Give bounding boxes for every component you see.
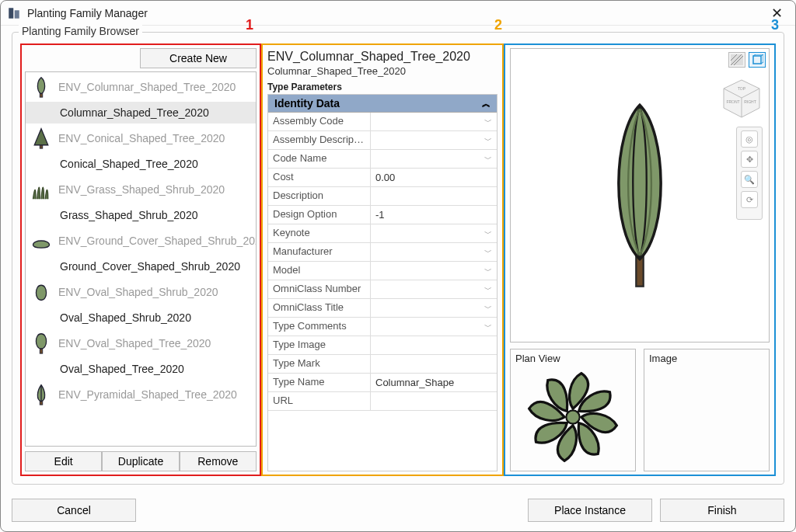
param-row[interactable]: Keynote﹀	[268, 224, 497, 243]
family-header[interactable]: ENV_Pyramidal_Shaped_Tree_2020	[26, 380, 256, 409]
param-value[interactable]: ﹀	[371, 318, 497, 336]
marker-2: 2	[494, 17, 502, 33]
family-name: ENV_Oval_Shaped_Tree_2020	[58, 337, 211, 349]
family-list[interactable]: ENV_Columnar_Shaped_Tree_2020Columnar_Sh…	[25, 71, 257, 447]
param-value[interactable]: ﹀	[371, 150, 497, 168]
param-row[interactable]: URL	[268, 392, 497, 411]
type-item[interactable]: Oval_Shaped_Shrub_2020	[26, 307, 256, 329]
family-header[interactable]: ENV_Oval_Shaped_Shrub_2020	[26, 277, 256, 307]
navigation-bar[interactable]: ◎ ✥ 🔍 ⟳	[736, 127, 763, 220]
chevron-down-icon[interactable]: ﹀	[484, 247, 492, 258]
nav-wheel-icon[interactable]: ◎	[741, 130, 758, 148]
param-row[interactable]: Type Mark	[268, 355, 497, 374]
type-item[interactable]: Oval_Shaped_Tree_2020	[26, 358, 256, 380]
param-value[interactable]: ﹀	[371, 299, 497, 317]
param-value[interactable]: Columnar_Shape	[371, 374, 497, 391]
param-row[interactable]: Type NameColumnar_Shape	[268, 374, 497, 392]
param-row[interactable]: Code Name﹀	[268, 150, 497, 169]
type-item[interactable]: Conical_Shaped_Tree_2020	[26, 153, 256, 175]
family-group: ENV_Ground_Cover_Shaped_Shrub_2020Ground…	[26, 226, 256, 277]
chevron-down-icon[interactable]: ﹀	[484, 228, 492, 239]
chevron-down-icon[interactable]: ﹀	[484, 284, 492, 295]
family-header[interactable]: ENV_Oval_Shaped_Tree_2020	[26, 329, 256, 358]
chevron-down-icon[interactable]: ﹀	[484, 303, 492, 314]
chevron-down-icon[interactable]: ﹀	[484, 322, 492, 332]
shading-box-icon[interactable]	[749, 52, 766, 68]
param-category-header[interactable]: Identity Data ︽	[268, 95, 497, 113]
param-row[interactable]: OmniClass Title﹀	[268, 299, 497, 318]
nav-orbit-icon[interactable]: ⟳	[741, 191, 758, 208]
param-name: Cost	[268, 169, 371, 186]
param-row[interactable]: OmniClass Number﹀	[268, 280, 497, 299]
app-window: Planting Family Manager ✕ Planting Famil…	[0, 0, 796, 532]
param-name: Manufacturer	[268, 243, 371, 261]
param-row[interactable]: Cost0.00	[268, 169, 497, 187]
family-header[interactable]: ENV_Conical_Shaped_Tree_2020	[26, 123, 256, 153]
window-title: Planting Family Manager	[27, 7, 765, 19]
family-header[interactable]: ENV_Grass_Shaped_Shrub_2020	[26, 175, 256, 204]
family-name: ENV_Grass_Shaped_Shrub_2020	[58, 183, 225, 196]
svg-rect-4	[40, 349, 43, 353]
param-value[interactable]: ﹀	[371, 113, 497, 130]
preview-3d-view[interactable]: TOP RIGHT FRONT ◎ ✥ 🔍 ⟳	[510, 48, 770, 342]
param-name: Keynote	[268, 224, 371, 242]
param-value[interactable]	[371, 336, 497, 354]
param-row[interactable]: Assembly Description﹀	[268, 131, 497, 150]
family-header[interactable]: ENV_Columnar_Shaped_Tree_2020	[26, 72, 256, 102]
param-value[interactable]: ﹀	[371, 224, 497, 242]
plant-icon	[30, 229, 52, 252]
shading-hatched-icon[interactable]	[728, 52, 745, 68]
chevron-down-icon[interactable]: ﹀	[484, 266, 492, 276]
param-name: OmniClass Number	[268, 280, 371, 298]
param-name: Code Name	[268, 150, 371, 168]
edit-button[interactable]: Edit	[25, 451, 102, 471]
family-name: ENV_Oval_Shaped_Shrub_2020	[58, 286, 218, 298]
param-value[interactable]: ﹀	[371, 280, 497, 298]
nav-pan-icon[interactable]: ✥	[741, 151, 758, 168]
place-instance-button[interactable]: Place Instance	[528, 499, 652, 522]
family-name: ENV_Pyramidal_Shaped_Tree_2020	[58, 388, 237, 401]
nav-zoom-icon[interactable]: 🔍	[741, 171, 758, 188]
chevron-down-icon[interactable]: ﹀	[484, 135, 492, 146]
svg-rect-0	[9, 8, 13, 19]
param-row[interactable]: Assembly Code﹀	[268, 113, 497, 131]
param-value[interactable]: -1	[371, 206, 497, 224]
chevron-down-icon[interactable]: ﹀	[484, 154, 492, 165]
plan-view-thumb[interactable]: Plan View	[510, 349, 636, 471]
param-value[interactable]: ﹀	[371, 262, 497, 280]
type-parameters-grid[interactable]: Identity Data ︽ Assembly Code﹀Assembly D…	[267, 94, 498, 471]
param-name: Assembly Description	[268, 131, 371, 149]
param-value[interactable]: ﹀	[371, 243, 497, 261]
plant-icon	[30, 127, 52, 150]
viewcube[interactable]: TOP RIGHT FRONT	[721, 77, 763, 119]
param-name: Description	[268, 187, 371, 205]
type-item[interactable]: Columnar_Shaped_Tree_2020	[26, 102, 256, 123]
param-value[interactable]: 0.00	[371, 169, 497, 186]
chevron-down-icon[interactable]: ﹀	[484, 116, 492, 127]
param-row[interactable]: Model﹀	[268, 262, 497, 280]
content-area: Planting Family Browser 1 2 3 Create New…	[1, 26, 795, 492]
family-name: ENV_Columnar_Shaped_Tree_2020	[58, 81, 236, 93]
cancel-button[interactable]: Cancel	[12, 499, 136, 522]
param-row[interactable]: Description	[268, 187, 497, 206]
param-value[interactable]: ﹀	[371, 131, 497, 149]
param-row[interactable]: Type Image	[268, 336, 497, 355]
param-name: URL	[268, 392, 371, 410]
param-row[interactable]: Design Option-1	[268, 206, 497, 224]
param-row[interactable]: Manufacturer﹀	[268, 243, 497, 262]
param-name: Type Image	[268, 336, 371, 354]
family-header[interactable]: ENV_Ground_Cover_Shaped_Shrub_2020	[26, 226, 256, 256]
param-row[interactable]: Type Comments﹀	[268, 318, 497, 336]
image-thumb[interactable]: Image	[644, 349, 770, 471]
param-value[interactable]	[371, 355, 497, 373]
remove-button[interactable]: Remove	[180, 451, 257, 471]
create-new-button[interactable]: Create New	[140, 48, 257, 68]
svg-point-22	[566, 410, 579, 423]
type-item[interactable]: Grass_Shaped_Shrub_2020	[26, 204, 256, 226]
param-value[interactable]	[371, 187, 497, 205]
param-value[interactable]	[371, 392, 497, 410]
finish-button[interactable]: Finish	[660, 499, 784, 522]
type-item[interactable]: Ground_Cover_Shaped_Shrub_2020	[26, 256, 256, 277]
duplicate-button[interactable]: Duplicate	[102, 451, 179, 471]
family-group: ENV_Pyramidal_Shaped_Tree_2020	[26, 380, 256, 409]
